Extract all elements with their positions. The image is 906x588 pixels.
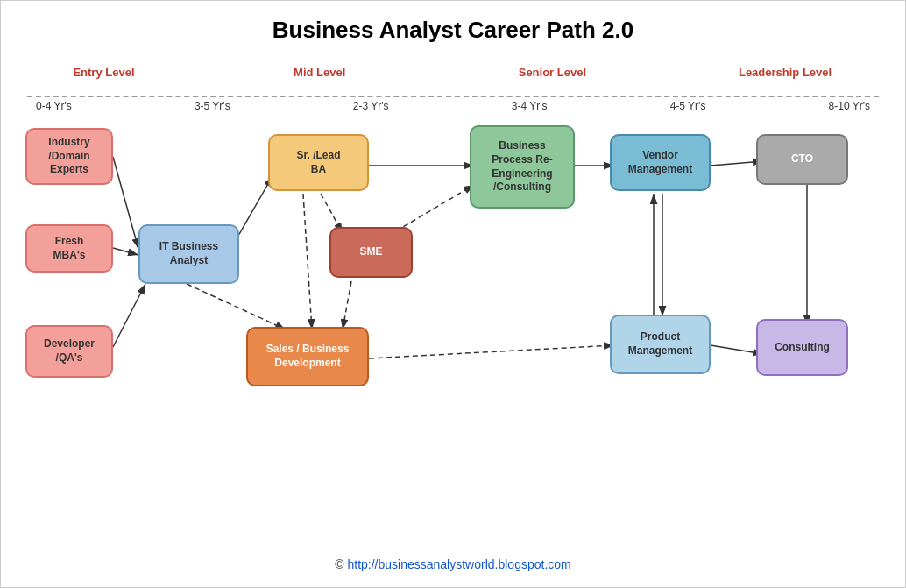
year-8-10: 8-10 Yr's bbox=[829, 100, 870, 112]
svg-line-2 bbox=[113, 157, 138, 249]
arrows-svg bbox=[1, 1, 906, 588]
footer: © http://businessanalystworld.blogspot.c… bbox=[1, 557, 905, 571]
product-mgmt-box: ProductManagement bbox=[610, 315, 711, 374]
svg-line-18 bbox=[711, 345, 763, 354]
cto-label: CTO bbox=[791, 152, 813, 166]
svg-line-4 bbox=[113, 284, 145, 347]
svg-line-5 bbox=[235, 176, 273, 242]
vendor-mgmt-label: VendorManagement bbox=[628, 149, 692, 176]
svg-line-6 bbox=[187, 284, 286, 329]
bpr-consulting-box: BusinessProcess Re-Engineering/Consultin… bbox=[470, 125, 575, 209]
it-ba-label: IT BusinessAnalyst bbox=[159, 240, 218, 267]
senior-level-label: Senior Level bbox=[458, 64, 646, 80]
level-headers: Entry Level Mid Level Senior Level Leade… bbox=[27, 64, 879, 80]
footer-link[interactable]: http://businessanalystworld.blogspot.com bbox=[347, 557, 570, 571]
sr-lead-ba-label: Sr. /LeadBA bbox=[296, 149, 340, 176]
sales-bizdev-label: Sales / BusinessDevelopment bbox=[266, 343, 350, 370]
vendor-mgmt-box: VendorManagement bbox=[610, 134, 711, 191]
leadership-level-label: Leadership Level bbox=[691, 64, 879, 80]
developer-qa-label: Developer/QA's bbox=[44, 337, 95, 365]
svg-line-11 bbox=[343, 281, 351, 329]
page-title: Business Analyst Career Path 2.0 bbox=[1, 1, 905, 53]
sr-lead-ba-box: Sr. /LeadBA bbox=[268, 134, 369, 191]
entry-level-label: Entry Level bbox=[27, 64, 180, 80]
divider bbox=[27, 96, 879, 97]
year-2-3: 2-3 Yr's bbox=[353, 100, 389, 112]
fresh-mba-label: FreshMBA's bbox=[53, 235, 86, 262]
industry-domain-label: Industry/DomainExperts bbox=[48, 136, 89, 177]
sme-box: SME bbox=[329, 227, 413, 278]
year-0-4: 0-4 Yr's bbox=[36, 100, 72, 112]
developer-qa-box: Developer/QA's bbox=[25, 325, 113, 378]
cto-box: CTO bbox=[756, 134, 848, 185]
fresh-mba-box: FreshMBA's bbox=[25, 224, 113, 273]
svg-line-13 bbox=[711, 161, 763, 166]
year-labels: 0-4 Yr's 3-5 Yr's 2-3 Yr's 3-4 Yr's 4-5 … bbox=[27, 100, 879, 112]
main-container: Business Analyst Career Path 2.0 Entry L… bbox=[0, 0, 906, 588]
copyright-symbol: © bbox=[335, 557, 343, 571]
year-3-4: 3-4 Yr's bbox=[512, 100, 548, 112]
bpr-consulting-label: BusinessProcess Re-Engineering/Consultin… bbox=[492, 139, 552, 194]
mid-level-label: Mid Level bbox=[226, 64, 414, 80]
svg-line-17 bbox=[369, 345, 614, 358]
sme-label: SME bbox=[359, 245, 382, 259]
it-ba-box: IT BusinessAnalyst bbox=[138, 224, 239, 284]
product-mgmt-label: ProductManagement bbox=[628, 330, 692, 358]
sales-bizdev-box: Sales / BusinessDevelopment bbox=[246, 327, 369, 386]
consulting-label: Consulting bbox=[775, 341, 830, 355]
year-4-5: 4-5 Yr's bbox=[670, 100, 706, 112]
year-3-5: 3-5 Yr's bbox=[195, 100, 230, 112]
consulting-box: Consulting bbox=[756, 319, 848, 376]
industry-domain-box: Industry/DomainExperts bbox=[25, 128, 113, 185]
svg-line-9 bbox=[303, 194, 312, 329]
svg-line-3 bbox=[113, 248, 138, 255]
